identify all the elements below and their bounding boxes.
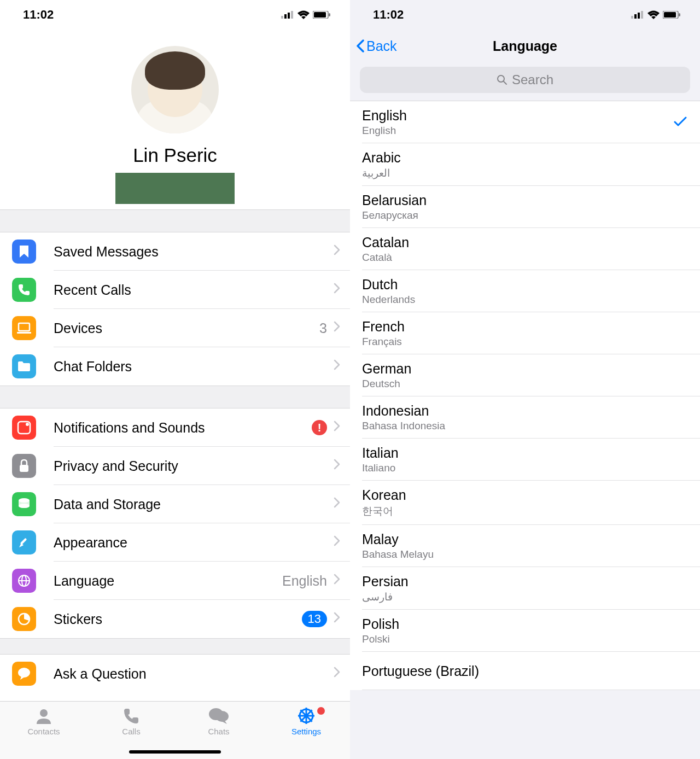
language-row-german[interactable]: GermanDeutsch <box>350 354 700 396</box>
language-row-persian[interactable]: Persianفارسی <box>350 567 700 610</box>
language-name: English <box>362 108 688 124</box>
row-label: Language <box>54 573 282 589</box>
language-row-polish[interactable]: PolishPolski <box>350 610 700 652</box>
language-native: Nederlands <box>362 294 688 306</box>
svg-point-10 <box>26 423 29 426</box>
language-row-malay[interactable]: MalayBahasa Melayu <box>350 525 700 567</box>
svg-rect-34 <box>634 14 637 19</box>
language-row-arabic[interactable]: Arabicالعربية <box>350 143 700 186</box>
nav-bar: Back Language <box>350 30 700 62</box>
svg-line-28 <box>300 716 306 722</box>
wifi-icon <box>298 10 310 19</box>
disk-icon <box>12 492 36 516</box>
tab-alert-badge <box>316 706 326 716</box>
battery-icon <box>313 11 330 19</box>
chevron-right-icon <box>334 667 340 681</box>
settings-row-saved-messages[interactable]: Saved Messages <box>0 232 350 271</box>
group-separator <box>0 209 350 232</box>
settings-row-appearance[interactable]: Appearance <box>0 523 350 562</box>
language-name: Persian <box>362 574 688 589</box>
count-badge: 13 <box>302 611 327 627</box>
language-row-belarusian[interactable]: BelarusianБеларуская <box>350 186 700 228</box>
settings-row-language[interactable]: LanguageEnglish <box>0 562 350 600</box>
contacts-icon <box>34 706 53 726</box>
language-name: Polish <box>362 616 688 632</box>
language-row-english[interactable]: EnglishEnglish <box>350 101 700 143</box>
language-native: Français <box>362 336 688 348</box>
row-value: 3 <box>319 320 327 336</box>
alert-badge: ! <box>312 420 327 435</box>
svg-line-30 <box>300 710 306 716</box>
chevron-right-icon <box>334 535 340 550</box>
chevron-right-icon <box>334 359 340 373</box>
settings-row-stickers[interactable]: Stickers13 <box>0 600 350 638</box>
settings-group: Notifications and Sounds!Privacy and Sec… <box>0 408 350 638</box>
tab-settings[interactable]: Settings <box>262 706 350 759</box>
tab-contacts[interactable]: Contacts <box>0 706 88 759</box>
search-input[interactable]: Search <box>360 67 690 93</box>
language-row-italian[interactable]: ItalianItaliano <box>350 439 700 481</box>
signal-icon <box>631 11 644 19</box>
language-row-korean[interactable]: Korean한국어 <box>350 481 700 525</box>
settings-row-privacy-and-security[interactable]: Privacy and Security <box>0 447 350 485</box>
settings-row-chat-folders[interactable]: Chat Folders <box>0 347 350 386</box>
phone-icon <box>12 278 36 302</box>
language-name: Dutch <box>362 277 688 293</box>
back-label: Back <box>366 38 397 54</box>
settings-row-devices[interactable]: Devices3 <box>0 309 350 347</box>
status-time: 11:02 <box>23 8 54 22</box>
svg-line-32 <box>306 710 312 716</box>
row-value: English <box>282 573 327 589</box>
signal-icon <box>281 11 294 19</box>
status-time: 11:02 <box>373 8 404 22</box>
group-separator <box>0 386 350 408</box>
language-name: Italian <box>362 445 688 461</box>
svg-rect-3 <box>291 11 293 19</box>
language-native: 한국어 <box>362 504 688 518</box>
settings-row-ask-a-question[interactable]: Ask a Question <box>0 655 350 693</box>
profile-header: Lin Pseric <box>0 30 350 209</box>
back-button[interactable]: Back <box>355 38 397 54</box>
chats-icon <box>208 706 229 726</box>
row-label: Ask a Question <box>54 666 334 682</box>
settings-screen: 11:02 Lin Pseric Saved MessagesRecent Ca… <box>0 0 350 759</box>
language-row-portuguese-brazil-[interactable]: Portuguese (Brazil) <box>350 652 700 690</box>
svg-rect-8 <box>17 332 31 334</box>
svg-rect-2 <box>288 13 290 19</box>
row-label: Saved Messages <box>54 244 334 260</box>
row-label: Devices <box>54 320 319 336</box>
language-name: Catalan <box>362 235 688 250</box>
settings-row-notifications-and-sounds[interactable]: Notifications and Sounds! <box>0 408 350 447</box>
chevron-right-icon <box>334 497 340 511</box>
svg-rect-39 <box>679 13 680 16</box>
language-name: Malay <box>362 532 688 547</box>
chevron-right-icon <box>334 321 340 335</box>
svg-rect-1 <box>284 14 287 19</box>
language-row-dutch[interactable]: DutchNederlands <box>350 270 700 312</box>
calls-icon <box>122 706 140 726</box>
checkmark-icon <box>674 116 687 129</box>
language-native: Polski <box>362 633 688 645</box>
language-name: Indonesian <box>362 403 688 419</box>
language-row-catalan[interactable]: CatalanCatalà <box>350 228 700 270</box>
wifi-icon <box>648 10 660 19</box>
language-row-french[interactable]: FrenchFrançais <box>350 312 700 354</box>
chevron-right-icon <box>334 459 340 473</box>
language-native: Deutsch <box>362 378 688 390</box>
language-name: German <box>362 361 688 377</box>
chevron-left-icon <box>355 39 364 52</box>
avatar[interactable] <box>131 46 219 133</box>
language-name: Portuguese (Brazil) <box>362 663 688 679</box>
nav-title: Language <box>350 38 700 54</box>
lock-icon <box>12 454 36 478</box>
settings-row-recent-calls[interactable]: Recent Calls <box>0 271 350 309</box>
svg-rect-5 <box>314 12 326 17</box>
language-name: Belarusian <box>362 192 688 208</box>
svg-rect-36 <box>641 11 643 19</box>
language-native: Català <box>362 252 688 264</box>
settings-row-data-and-storage[interactable]: Data and Storage <box>0 485 350 523</box>
language-row-indonesian[interactable]: IndonesianBahasa Indonesia <box>350 396 700 439</box>
status-indicators <box>281 10 330 19</box>
row-label: Stickers <box>54 611 302 627</box>
svg-point-13 <box>19 504 30 508</box>
